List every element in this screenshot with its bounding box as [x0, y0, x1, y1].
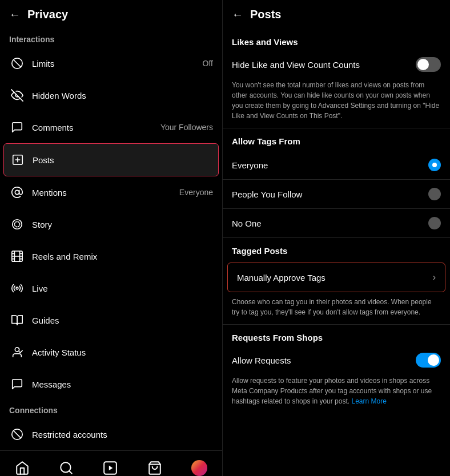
menu-item-activity-status[interactable]: Activity Status — [0, 336, 222, 368]
tag-no-one-label: No One — [232, 219, 262, 228]
comments-label: Comments — [32, 123, 156, 132]
mentions-value: Everyone — [179, 188, 213, 197]
right-panel: ← Posts Likes and Views Hide Like and Vi… — [223, 0, 450, 476]
activity-status-label: Activity Status — [32, 348, 213, 357]
menu-item-hidden-words[interactable]: Hidden Words — [0, 79, 222, 111]
svg-point-18 — [15, 348, 19, 352]
allow-tags-section: Allow Tags From — [223, 128, 450, 151]
nav-shop[interactable] — [140, 458, 169, 476]
tag-everyone-label: Everyone — [232, 160, 268, 170]
limits-value: Off — [203, 59, 213, 68]
interactions-section-label: Interactions — [0, 29, 222, 47]
menu-item-live[interactable]: Live — [0, 272, 222, 304]
tag-people-follow-label: People You Follow — [232, 189, 302, 199]
right-header: ← Posts — [223, 0, 450, 29]
svg-line-1 — [14, 60, 21, 67]
back-arrow-left[interactable]: ← — [9, 8, 21, 21]
hide-like-count-label: Hide Like and View Count Counts — [232, 60, 360, 70]
circle-slash-icon — [9, 55, 25, 71]
bottom-nav — [0, 450, 222, 476]
left-panel: ← Privacy Interactions Limits Off Hidden… — [0, 0, 223, 476]
allow-requests-row: Allow Requests — [223, 347, 450, 373]
tagged-posts-section: Tagged Posts — [223, 238, 450, 260]
menu-item-reels[interactable]: Reels and Remix — [0, 240, 222, 272]
tag-no-one-radio[interactable] — [428, 217, 441, 229]
nav-home[interactable] — [8, 458, 37, 476]
user-check-icon — [9, 344, 25, 360]
nav-profile[interactable] — [184, 458, 214, 476]
chevron-right-icon: › — [433, 272, 436, 283]
tag-option-people-follow[interactable]: People You Follow — [223, 180, 450, 208]
svg-point-7 — [13, 220, 22, 229]
menu-item-messages[interactable]: Messages — [0, 368, 222, 400]
eye-off-icon — [9, 87, 25, 103]
allow-requests-description: Allow requests to feature your photos an… — [223, 373, 450, 413]
manually-approve-tags-row[interactable]: Manually Approve Tags › — [227, 263, 445, 292]
hide-like-description: You won't see the total number of likes … — [223, 78, 450, 128]
messages-label: Messages — [32, 380, 213, 389]
toggle-knob — [417, 59, 429, 70]
svg-point-8 — [14, 221, 19, 227]
menu-item-mentions[interactable]: Mentions Everyone — [0, 176, 222, 208]
restricted-label: Restricted accounts — [32, 430, 213, 439]
tag-everyone-radio[interactable] — [428, 159, 441, 171]
at-sign-icon — [9, 184, 25, 200]
allow-requests-knob — [428, 354, 439, 366]
back-arrow-right[interactable]: ← — [232, 8, 243, 21]
allow-requests-label: Allow Requests — [232, 356, 291, 365]
mentions-label: Mentions — [32, 188, 175, 197]
story-icon — [9, 216, 25, 232]
tag-option-everyone[interactable]: Everyone — [223, 151, 450, 179]
menu-item-limits[interactable]: Limits Off — [0, 47, 222, 79]
svg-line-21 — [69, 471, 72, 474]
message-square-icon — [9, 376, 25, 392]
tag-option-no-one[interactable]: No One — [223, 209, 450, 237]
posts-label: Posts — [33, 155, 212, 165]
manually-approve-label: Manually Approve Tags — [237, 273, 326, 283]
tag-description: Choose who can tag you in their photos a… — [223, 295, 450, 324]
comments-value: Your Followers — [160, 123, 213, 132]
allow-requests-toggle[interactable] — [416, 353, 441, 368]
svg-point-17 — [16, 287, 18, 289]
film-icon — [9, 248, 25, 264]
tag-people-follow-radio[interactable] — [428, 188, 441, 200]
requests-shops-section: Requests From Shops — [223, 325, 450, 347]
hide-like-count-row: Hide Like and View Count Counts — [223, 51, 450, 78]
menu-item-restricted[interactable]: Restricted accounts — [0, 418, 222, 450]
restricted-icon — [9, 426, 25, 442]
live-label: Live — [32, 284, 213, 293]
plus-square-icon — [10, 152, 26, 168]
story-label: Story — [32, 220, 213, 229]
menu-item-posts[interactable]: Posts — [3, 143, 219, 176]
guides-label: Guides — [32, 316, 213, 325]
avatar — [191, 460, 207, 476]
connections-section-label: Connections — [0, 400, 222, 418]
nav-search[interactable] — [52, 458, 81, 476]
nav-reels[interactable] — [96, 458, 124, 476]
hide-like-toggle[interactable] — [416, 57, 441, 72]
hidden-words-label: Hidden Words — [32, 91, 213, 100]
left-title: Privacy — [27, 8, 68, 21]
menu-item-story[interactable]: Story — [0, 208, 222, 240]
learn-more-link[interactable]: Learn More — [351, 397, 386, 405]
book-open-icon — [9, 312, 25, 328]
left-header: ← Privacy — [0, 0, 222, 29]
right-title: Posts — [250, 8, 281, 21]
limits-label: Limits — [32, 59, 198, 68]
svg-marker-23 — [109, 466, 113, 471]
svg-point-6 — [15, 190, 19, 194]
likes-views-section: Likes and Views — [223, 29, 450, 51]
message-circle-icon — [9, 119, 25, 135]
reels-label: Reels and Remix — [32, 252, 213, 261]
menu-item-comments[interactable]: Comments Your Followers — [0, 111, 222, 143]
radio-icon — [9, 280, 25, 296]
menu-item-guides[interactable]: Guides — [0, 304, 222, 336]
